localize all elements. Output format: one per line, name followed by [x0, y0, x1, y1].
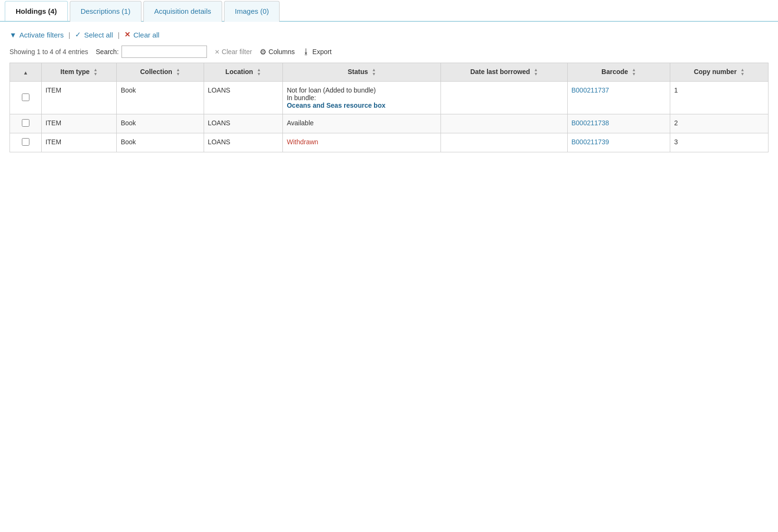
- cell-status: Not for loan (Added to bundle)In bundle:…: [283, 82, 441, 114]
- row-checkbox[interactable]: [22, 138, 29, 146]
- cell-date-last-borrowed: [441, 114, 567, 133]
- th-copy-number[interactable]: Copy number ▲▼: [670, 63, 769, 82]
- check-icon: ✓: [75, 30, 81, 39]
- cell-date-last-borrowed: [441, 133, 567, 152]
- row-checkbox[interactable]: [22, 119, 29, 127]
- clear-all-link[interactable]: Clear all: [133, 31, 159, 39]
- row-checkbox-cell: [10, 133, 42, 152]
- sort-arrows-location: ▲▼: [257, 68, 261, 76]
- th-status-label: Status: [348, 68, 368, 75]
- select-all-link[interactable]: Select all: [84, 31, 113, 39]
- x-icon: ✕: [124, 30, 131, 39]
- cell-copy-number: 3: [670, 133, 769, 152]
- cell-location: LOANS: [204, 114, 283, 133]
- cell-status: Available: [283, 114, 441, 133]
- th-collection-label: Collection: [140, 68, 172, 75]
- cell-date-last-borrowed: [441, 82, 567, 114]
- status-text: Not for loan (Added to bundle)In bundle:…: [287, 86, 385, 109]
- separator-2: |: [118, 31, 120, 39]
- cell-item-type: ITEM: [41, 114, 117, 133]
- th-barcode[interactable]: Barcode ▲▼: [567, 63, 670, 82]
- cell-status: Withdrawn: [283, 133, 441, 152]
- barcode-link[interactable]: B000211737: [572, 86, 609, 94]
- clear-filter-label: Clear filter: [222, 48, 252, 56]
- status-withdrawn: Withdrawn: [287, 138, 318, 146]
- export-button[interactable]: ⭳ Export: [302, 47, 331, 56]
- gear-icon: ⚙: [260, 47, 266, 56]
- separator-1: |: [68, 31, 70, 39]
- table-row: ITEMBookLOANSAvailableB0002117382: [10, 114, 769, 133]
- barcode-link[interactable]: B000211738: [572, 119, 609, 127]
- cell-location: LOANS: [204, 82, 283, 114]
- tab-descriptions[interactable]: Descriptions (1): [70, 1, 141, 22]
- row-checkbox[interactable]: [22, 93, 29, 101]
- activate-filters-link[interactable]: Activate filters: [19, 31, 64, 39]
- sort-arrows-status: ▲▼: [372, 68, 376, 76]
- th-date-last-borrowed-label: Date last borrowed: [470, 68, 530, 75]
- filter-icon: ▼: [9, 31, 17, 39]
- cell-collection: Book: [117, 82, 204, 114]
- tab-holdings[interactable]: Holdings (4): [5, 1, 68, 22]
- export-label: Export: [312, 48, 331, 56]
- tab-acquisition[interactable]: Acquisition details: [143, 1, 222, 22]
- cell-copy-number: 2: [670, 114, 769, 133]
- showing-text: Showing 1 to 4 of 4 entries: [9, 48, 88, 56]
- sort-arrows-item-type: ▲▼: [94, 68, 98, 76]
- th-checkbox: [10, 63, 42, 82]
- holdings-table: Item type ▲▼ Collection ▲▼ Location ▲▼ S…: [9, 63, 769, 152]
- th-copy-number-label: Copy number: [694, 68, 737, 75]
- th-item-type[interactable]: Item type ▲▼: [41, 63, 117, 82]
- barcode-link[interactable]: B000211739: [572, 138, 609, 146]
- main-content: ▼ Activate filters | ✓ Select all | ✕ Cl…: [0, 22, 778, 161]
- status-available: Available: [287, 119, 314, 127]
- cell-location: LOANS: [204, 133, 283, 152]
- sort-arrows-collection: ▲▼: [176, 68, 180, 76]
- th-location[interactable]: Location ▲▼: [204, 63, 283, 82]
- row-checkbox-cell: [10, 114, 42, 133]
- th-barcode-label: Barcode: [601, 68, 628, 75]
- clear-filter-button[interactable]: ✕ Clear filter: [215, 48, 252, 56]
- export-icon: ⭳: [302, 47, 310, 56]
- cell-barcode: B000211737: [567, 82, 670, 114]
- tabs-container: Holdings (4) Descriptions (1) Acquisitio…: [0, 0, 778, 22]
- filter-bar: ▼ Activate filters | ✓ Select all | ✕ Cl…: [9, 30, 769, 39]
- th-item-type-label: Item type: [60, 68, 89, 75]
- clear-filter-x-icon: ✕: [215, 48, 220, 56]
- cell-item-type: ITEM: [41, 82, 117, 114]
- row-checkbox-cell: [10, 82, 42, 114]
- toolbar: Showing 1 to 4 of 4 entries Search: ✕ Cl…: [9, 46, 769, 58]
- cell-barcode: B000211738: [567, 114, 670, 133]
- table-header-row: Item type ▲▼ Collection ▲▼ Location ▲▼ S…: [10, 63, 769, 82]
- th-location-label: Location: [225, 68, 253, 75]
- tab-images[interactable]: Images (0): [224, 1, 280, 22]
- columns-button[interactable]: ⚙ Columns: [260, 47, 295, 56]
- th-date-last-borrowed[interactable]: Date last borrowed ▲▼: [441, 63, 567, 82]
- search-group: Search:: [96, 46, 207, 58]
- th-status[interactable]: Status ▲▼: [283, 63, 441, 82]
- cell-item-type: ITEM: [41, 133, 117, 152]
- cell-collection: Book: [117, 114, 204, 133]
- cell-barcode: B000211739: [567, 133, 670, 152]
- sort-arrows-copy: ▲▼: [741, 68, 745, 76]
- cell-collection: Book: [117, 133, 204, 152]
- cell-copy-number: 1: [670, 82, 769, 114]
- th-collection[interactable]: Collection ▲▼: [117, 63, 204, 82]
- columns-label: Columns: [269, 48, 295, 56]
- search-input[interactable]: [122, 46, 207, 58]
- table-row: ITEMBookLOANSNot for loan (Added to bund…: [10, 82, 769, 114]
- table-row: ITEMBookLOANSWithdrawnB0002117393: [10, 133, 769, 152]
- bundle-link[interactable]: Oceans and Seas resource box: [287, 102, 385, 109]
- sort-up-icon: [23, 68, 28, 76]
- sort-arrows-barcode: ▲▼: [632, 68, 636, 76]
- search-label: Search:: [96, 48, 119, 56]
- sort-arrows-date: ▲▼: [534, 68, 538, 76]
